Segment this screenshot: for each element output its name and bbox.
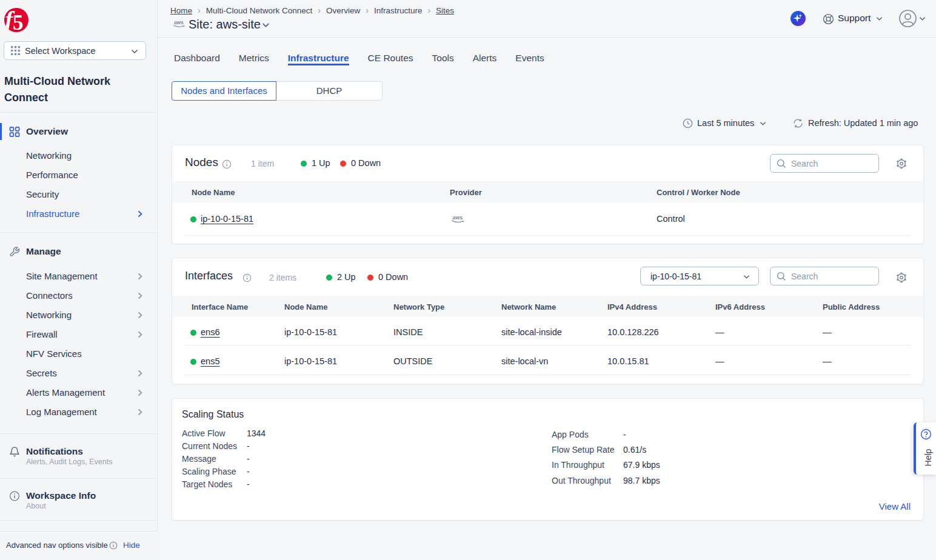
svg-text:aws: aws [174, 20, 184, 25]
svg-text:aws: aws [452, 215, 463, 221]
svg-text:5: 5 [13, 11, 24, 32]
